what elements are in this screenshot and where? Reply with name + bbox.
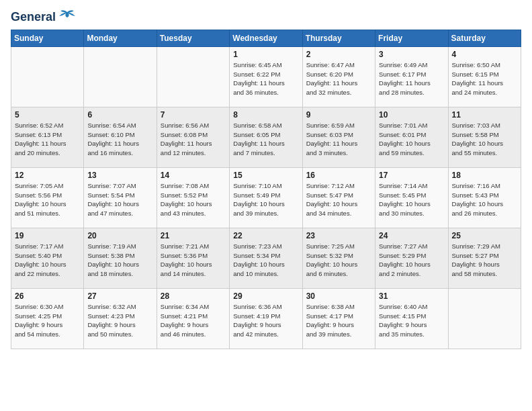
day-info: Sunrise: 7:03 AM Sunset: 5:58 PM Dayligh… <box>452 121 517 158</box>
day-cell: 11Sunrise: 7:03 AM Sunset: 5:58 PM Dayli… <box>448 107 521 167</box>
day-number: 1 <box>233 50 298 59</box>
day-number: 30 <box>306 291 371 301</box>
calendar-table: SundayMondayTuesdayWednesdayThursdayFrid… <box>11 30 521 349</box>
day-info: Sunrise: 7:29 AM Sunset: 5:27 PM Dayligh… <box>452 242 517 279</box>
col-header-friday: Friday <box>375 30 448 46</box>
day-cell: 26Sunrise: 6:30 AM Sunset: 4:25 PM Dayli… <box>11 288 84 349</box>
calendar-header-row: SundayMondayTuesdayWednesdayThursdayFrid… <box>11 30 521 46</box>
day-number: 12 <box>15 171 80 180</box>
day-info: Sunrise: 6:54 AM Sunset: 6:10 PM Dayligh… <box>87 121 152 158</box>
day-cell: 5Sunrise: 6:52 AM Sunset: 6:13 PM Daylig… <box>11 107 84 167</box>
logo: General <box>11 11 77 24</box>
day-number: 6 <box>87 110 152 120</box>
day-cell: 8Sunrise: 6:58 AM Sunset: 6:05 PM Daylig… <box>230 107 302 167</box>
day-info: Sunrise: 7:01 AM Sunset: 6:01 PM Dayligh… <box>379 121 444 158</box>
day-info: Sunrise: 6:32 AM Sunset: 4:23 PM Dayligh… <box>87 302 152 339</box>
day-number: 13 <box>87 171 152 180</box>
day-cell: 6Sunrise: 6:54 AM Sunset: 6:10 PM Daylig… <box>84 107 157 167</box>
week-row-5: 26Sunrise: 6:30 AM Sunset: 4:25 PM Dayli… <box>11 288 521 349</box>
day-number: 9 <box>306 110 371 120</box>
day-info: Sunrise: 6:52 AM Sunset: 6:13 PM Dayligh… <box>15 121 80 158</box>
col-header-wednesday: Wednesday <box>230 30 302 46</box>
day-info: Sunrise: 7:10 AM Sunset: 5:49 PM Dayligh… <box>233 181 298 218</box>
day-info: Sunrise: 7:17 AM Sunset: 5:40 PM Dayligh… <box>15 242 80 279</box>
day-number: 19 <box>15 231 80 240</box>
day-info: Sunrise: 6:50 AM Sunset: 6:15 PM Dayligh… <box>452 60 517 97</box>
day-info: Sunrise: 6:58 AM Sunset: 6:05 PM Dayligh… <box>233 121 298 158</box>
day-info: Sunrise: 6:38 AM Sunset: 4:17 PM Dayligh… <box>306 302 371 339</box>
day-cell <box>157 46 229 107</box>
day-cell: 14Sunrise: 7:08 AM Sunset: 5:52 PM Dayli… <box>157 167 229 228</box>
day-cell: 30Sunrise: 6:38 AM Sunset: 4:17 PM Dayli… <box>302 288 375 349</box>
day-cell <box>84 46 157 107</box>
day-cell: 16Sunrise: 7:12 AM Sunset: 5:47 PM Dayli… <box>302 167 375 228</box>
day-info: Sunrise: 7:21 AM Sunset: 5:36 PM Dayligh… <box>161 242 226 279</box>
day-cell: 10Sunrise: 7:01 AM Sunset: 6:01 PM Dayli… <box>375 107 448 167</box>
day-number: 11 <box>452 110 517 120</box>
day-cell: 22Sunrise: 7:23 AM Sunset: 5:34 PM Dayli… <box>230 228 302 288</box>
day-info: Sunrise: 7:12 AM Sunset: 5:47 PM Dayligh… <box>306 181 371 218</box>
day-number: 27 <box>87 291 152 301</box>
page-header: General <box>11 11 521 24</box>
day-number: 5 <box>15 110 80 120</box>
day-cell: 17Sunrise: 7:14 AM Sunset: 5:45 PM Dayli… <box>375 167 448 228</box>
day-cell: 27Sunrise: 6:32 AM Sunset: 4:23 PM Dayli… <box>84 288 157 349</box>
day-info: Sunrise: 7:16 AM Sunset: 5:43 PM Dayligh… <box>452 181 517 218</box>
col-header-sunday: Sunday <box>11 30 84 46</box>
day-number: 24 <box>379 231 444 240</box>
day-number: 3 <box>379 50 444 59</box>
week-row-3: 12Sunrise: 7:05 AM Sunset: 5:56 PM Dayli… <box>11 167 521 228</box>
day-number: 15 <box>233 171 298 180</box>
col-header-saturday: Saturday <box>448 30 521 46</box>
col-header-thursday: Thursday <box>302 30 375 46</box>
day-number: 29 <box>233 291 298 301</box>
day-info: Sunrise: 7:25 AM Sunset: 5:32 PM Dayligh… <box>306 242 371 279</box>
week-row-2: 5Sunrise: 6:52 AM Sunset: 6:13 PM Daylig… <box>11 107 521 167</box>
col-header-tuesday: Tuesday <box>157 30 229 46</box>
day-number: 4 <box>452 50 517 59</box>
day-cell: 24Sunrise: 7:27 AM Sunset: 5:29 PM Dayli… <box>375 228 448 288</box>
day-cell: 23Sunrise: 7:25 AM Sunset: 5:32 PM Dayli… <box>302 228 375 288</box>
day-number: 14 <box>161 171 226 180</box>
day-info: Sunrise: 6:45 AM Sunset: 6:22 PM Dayligh… <box>233 60 298 97</box>
day-info: Sunrise: 7:07 AM Sunset: 5:54 PM Dayligh… <box>87 181 152 218</box>
day-number: 23 <box>306 231 371 240</box>
day-info: Sunrise: 6:47 AM Sunset: 6:20 PM Dayligh… <box>306 60 371 97</box>
day-info: Sunrise: 6:59 AM Sunset: 6:03 PM Dayligh… <box>306 121 371 158</box>
day-cell: 15Sunrise: 7:10 AM Sunset: 5:49 PM Dayli… <box>230 167 302 228</box>
day-cell: 7Sunrise: 6:56 AM Sunset: 6:08 PM Daylig… <box>157 107 229 167</box>
day-cell: 1Sunrise: 6:45 AM Sunset: 6:22 PM Daylig… <box>230 46 302 107</box>
day-cell: 9Sunrise: 6:59 AM Sunset: 6:03 PM Daylig… <box>302 107 375 167</box>
day-cell: 19Sunrise: 7:17 AM Sunset: 5:40 PM Dayli… <box>11 228 84 288</box>
day-info: Sunrise: 7:05 AM Sunset: 5:56 PM Dayligh… <box>15 181 80 218</box>
day-number: 18 <box>452 171 517 180</box>
day-number: 21 <box>161 231 226 240</box>
day-number: 25 <box>452 231 517 240</box>
day-cell: 13Sunrise: 7:07 AM Sunset: 5:54 PM Dayli… <box>84 167 157 228</box>
day-cell: 29Sunrise: 6:36 AM Sunset: 4:19 PM Dayli… <box>230 288 302 349</box>
day-info: Sunrise: 6:36 AM Sunset: 4:19 PM Dayligh… <box>233 302 298 339</box>
day-number: 2 <box>306 50 371 59</box>
day-cell: 12Sunrise: 7:05 AM Sunset: 5:56 PM Dayli… <box>11 167 84 228</box>
day-info: Sunrise: 6:56 AM Sunset: 6:08 PM Dayligh… <box>161 121 226 158</box>
day-number: 17 <box>379 171 444 180</box>
day-cell <box>448 288 521 349</box>
day-cell: 28Sunrise: 6:34 AM Sunset: 4:21 PM Dayli… <box>157 288 229 349</box>
day-info: Sunrise: 7:27 AM Sunset: 5:29 PM Dayligh… <box>379 242 444 279</box>
logo-general: General <box>11 11 56 24</box>
day-cell: 20Sunrise: 7:19 AM Sunset: 5:38 PM Dayli… <box>84 228 157 288</box>
day-number: 10 <box>379 110 444 120</box>
week-row-4: 19Sunrise: 7:17 AM Sunset: 5:40 PM Dayli… <box>11 228 521 288</box>
day-number: 8 <box>233 110 298 120</box>
day-info: Sunrise: 6:49 AM Sunset: 6:17 PM Dayligh… <box>379 60 444 97</box>
day-number: 16 <box>306 171 371 180</box>
day-info: Sunrise: 6:34 AM Sunset: 4:21 PM Dayligh… <box>161 302 226 339</box>
day-cell: 4Sunrise: 6:50 AM Sunset: 6:15 PM Daylig… <box>448 46 521 107</box>
day-number: 26 <box>15 291 80 301</box>
day-info: Sunrise: 7:19 AM Sunset: 5:38 PM Dayligh… <box>87 242 152 279</box>
week-row-1: 1Sunrise: 6:45 AM Sunset: 6:22 PM Daylig… <box>11 46 521 107</box>
day-info: Sunrise: 7:14 AM Sunset: 5:45 PM Dayligh… <box>379 181 444 218</box>
day-number: 22 <box>233 231 298 240</box>
day-cell: 18Sunrise: 7:16 AM Sunset: 5:43 PM Dayli… <box>448 167 521 228</box>
day-cell: 25Sunrise: 7:29 AM Sunset: 5:27 PM Dayli… <box>448 228 521 288</box>
